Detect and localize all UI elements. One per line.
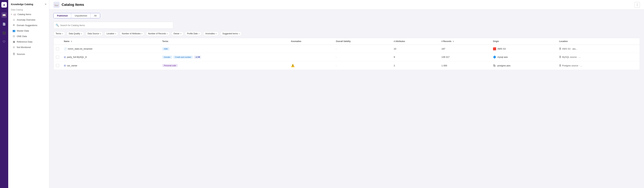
location-db-icon: 🗄 (559, 48, 561, 50)
row-origin-cell: 🔷 mysql aws (490, 53, 557, 61)
rail-icon-catalog[interactable]: 📖 (1, 12, 7, 18)
row-records-cell: 187 (439, 45, 490, 53)
row-checkbox[interactable] (56, 64, 59, 67)
sidebar-parent-label: Catalog Items (18, 13, 31, 16)
term-tag-gender[interactable]: Gender (162, 56, 172, 59)
catalog-icon-box: 📖 (54, 2, 60, 8)
origin-name: AWS S3 (497, 48, 506, 50)
grid-icon: ⊡ (12, 35, 16, 38)
sidebar-item-sources[interactable]: 🗄 Sources (9, 51, 48, 57)
filter-num-records-label: Number of Records (148, 32, 166, 35)
row-validity-cell: - (334, 61, 391, 70)
col-name[interactable]: Name ⇅ (62, 38, 160, 45)
row-name[interactable]: mmm_stats.txt_renamed (68, 48, 92, 50)
sort-name-icon: ⇅ (71, 40, 72, 42)
table-row: 📄 mmm_stats.txt_renamed ISIN - (54, 45, 640, 53)
origin-name: postgres.aws (497, 64, 510, 67)
location-db-icon: 🗄 (559, 56, 561, 58)
filter-location-label: Location (106, 32, 114, 35)
origin-name: mysql aws (497, 56, 508, 58)
col-records[interactable]: # Records ⇅ (439, 38, 490, 45)
sidebar-item-anomaly-overview[interactable]: ⚠ Anomaly Overview (9, 17, 48, 23)
sidebar-header: Knowledge Catalog ≡ (8, 0, 49, 7)
row-name[interactable]: party_full-MySQL_8 (67, 56, 86, 58)
term-tag[interactable]: ISIN (162, 47, 169, 50)
app-logo[interactable]: a (1, 2, 7, 8)
term-tag-more[interactable]: +2 (194, 56, 201, 59)
filter-profile-date[interactable]: Profile Date ▾ (185, 31, 202, 36)
aws-icon: 🟥 (493, 47, 496, 50)
filter-data-quality-label: Data Quality (69, 32, 80, 35)
row-anomalies-cell: ⚠️ (288, 61, 334, 70)
parent-icon: 📖 (13, 13, 16, 16)
filter-num-attributes[interactable]: Number of Attributes ▾ (120, 31, 144, 36)
filter-data-quality[interactable]: Data Quality ▾ (66, 31, 84, 36)
chevron-down-icon: ▾ (81, 33, 82, 35)
row-records-cell: 139 317 (439, 53, 490, 61)
row-name-cell: ⊞ party_full-MySQL_8 (62, 53, 160, 61)
filter-location[interactable]: Location ▾ (104, 31, 118, 36)
filter-suggested-terms[interactable]: Suggested terms ▾ (220, 31, 242, 36)
chevron-down-icon: ▾ (11, 13, 12, 16)
sidebar-item-master-data[interactable]: 👥 Master Data (9, 28, 48, 33)
col-location: Location (557, 38, 640, 45)
tab-unpublished[interactable]: Unpublished (71, 13, 90, 18)
filter-data-source[interactable]: Data Source ▾ (86, 31, 103, 36)
filter-anomalies[interactable]: Anomalies ▾ (203, 31, 219, 36)
col-attributes: # Attributes (391, 38, 439, 45)
term-tag-credit[interactable]: Credit card number (173, 56, 193, 59)
filter-owner[interactable]: Owner ▾ (171, 31, 183, 36)
rail-icon-documents[interactable]: 📄 (1, 21, 7, 27)
col-checkbox (54, 38, 62, 45)
sidebar-item-one-data[interactable]: ⊡ ONE Data (9, 33, 48, 39)
postgres-icon: 🐘 (493, 64, 496, 67)
dot-icon (198, 56, 200, 58)
sidebar-item-domain-suggestions[interactable]: 👁 Domain Suggestions (9, 23, 48, 28)
sidebar-section-label: Data Catalog (8, 7, 49, 12)
sidebar-menu-icon[interactable]: ≡ (45, 3, 46, 6)
sidebar-item-reference-data[interactable]: ▦ Reference Data (9, 39, 48, 44)
filter-row: Terms ▾ Data Quality ▾ Data Source ▾ Loc… (54, 31, 640, 36)
warning-anomaly-icon: ⚠️ (291, 64, 294, 67)
filter-terms-label: Terms (56, 32, 61, 35)
tab-all[interactable]: All (90, 13, 100, 18)
row-checkbox[interactable] (56, 47, 59, 50)
sidebar-item-not-monitored[interactable]: ⊙ Not Monitored (9, 44, 48, 50)
col-terms: Terms (160, 38, 288, 45)
sidebar-item-label: Anomaly Overview (17, 19, 35, 21)
sidebar-parent-catalog-items[interactable]: ▾ 📖 Catalog Items (8, 12, 49, 17)
row-terms-cell: Personal code (160, 61, 288, 70)
warning-triangle-icon: ⚠ (12, 18, 16, 21)
row-attributes-cell: 10 (391, 45, 439, 53)
row-checkbox-cell (54, 45, 62, 53)
sidebar-title: Knowledge Catalog (11, 3, 33, 6)
people-icon: 👥 (12, 29, 16, 32)
filter-data-source-label: Data Source (88, 32, 99, 35)
chevron-down-icon: ▾ (216, 33, 216, 35)
location-name: AWS S3 (562, 48, 570, 50)
top-header: 📖 Catalog Items ⋮ (49, 0, 644, 10)
sidebar-item-label: Sources (17, 53, 25, 55)
term-tag-personal[interactable]: Personal code (162, 64, 178, 67)
row-name[interactable]: car_owner (67, 64, 78, 67)
filter-num-records[interactable]: Number of Records ▾ (146, 31, 170, 36)
rail-icon-shield[interactable]: 🛡 (1, 39, 7, 45)
row-attributes-cell: 9 (391, 53, 439, 61)
row-records-cell: 1 000 (439, 61, 490, 70)
more-options-button[interactable]: ⋮ (634, 2, 640, 8)
tab-published[interactable]: Published (54, 13, 71, 18)
col-validity: Overall Validity (334, 38, 391, 45)
search-input[interactable] (60, 24, 171, 27)
row-validity-cell: - (334, 53, 391, 61)
rail-icon-data[interactable]: ⬛ (1, 30, 7, 36)
row-terms-cell: Gender Credit card number +2 (160, 53, 288, 61)
chevron-down-icon: ▾ (115, 33, 116, 35)
row-checkbox[interactable] (56, 56, 59, 59)
sort-records-icon: ⇅ (452, 40, 454, 42)
search-bar: 🔍 (54, 22, 173, 29)
icon-rail: a 📖 📄 ⬛ 🛡 (0, 0, 8, 188)
database-icon: 🗄 (12, 53, 16, 55)
table-header-row: Name ⇅ Terms Anomalies Overall Validity … (54, 38, 640, 45)
location-name: MySQL source (562, 56, 577, 58)
filter-terms[interactable]: Terms ▾ (54, 31, 65, 36)
